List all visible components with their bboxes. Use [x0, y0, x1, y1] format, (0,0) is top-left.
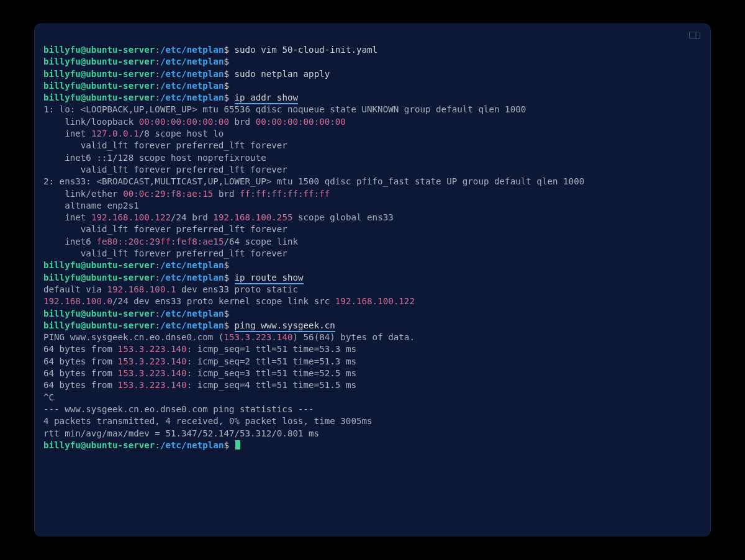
output-text: 4 packets transmitted, 4 received, 0% pa… [43, 416, 372, 426]
prompt-path: /etc/netplan [160, 56, 224, 66]
prompt-path: /etc/netplan [160, 93, 224, 102]
terminal-line: billyfu@ubuntu-server:/etc/netplan$ [43, 308, 702, 320]
output-text: 64 bytes from [43, 344, 118, 354]
terminal-line: billyfu@ubuntu-server:/etc/netplan$ [43, 80, 702, 92]
prompt-symbol: $ [224, 320, 234, 330]
output-text: inet6 ::1/128 scope host noprefixroute [43, 153, 266, 163]
output-text: valid_lft forever preferred_lft forever [43, 140, 287, 150]
output-text: altname enp2s1 [43, 201, 139, 210]
prompt-user: billyfu@ubuntu-server [43, 45, 155, 55]
prompt-user: billyfu@ubuntu-server [43, 440, 155, 450]
output-text: default via [43, 284, 107, 294]
output-text: valid_lft forever preferred_lft forever [43, 224, 287, 234]
terminal-line: --- www.sysgeek.cn.eo.dnse0.com ping sta… [43, 404, 702, 415]
terminal-line: inet 127.0.0.1/8 scope host lo [43, 128, 702, 140]
output-text: valid_lft forever preferred_lft forever [43, 248, 287, 258]
prompt-symbol: $ [224, 273, 234, 282]
prompt-user: billyfu@ubuntu-server [43, 69, 155, 79]
output-text: brd [213, 189, 240, 199]
output-text: 64 bytes from [43, 380, 118, 390]
terminal-line: default via 192.168.100.1 dev ens33 prot… [43, 284, 702, 296]
terminal-line: inet6 fe80::20c:29ff:fef8:ae15/64 scope … [43, 236, 702, 248]
terminal-line: ^C [43, 392, 702, 404]
ip-address: 153.3.223.140 [224, 332, 292, 342]
terminal-line: inet 192.168.100.122/24 brd 192.168.100.… [43, 212, 702, 224]
output-text: ) 56(84) bytes of data. [292, 332, 414, 342]
terminal-line: link/loopback 00:00:00:00:00:00 brd 00:0… [43, 116, 702, 128]
output-text: 2: ens33: <BROADCAST,MULTICAST,UP,LOWER_… [43, 176, 584, 186]
prompt-path: /etc/netplan [160, 320, 224, 330]
terminal-line: valid_lft forever preferred_lft forever [43, 164, 702, 176]
command-text: ping www.sysgeek.cn [235, 320, 335, 332]
prompt-path: /etc/netplan [160, 81, 224, 91]
ip-address: 192.168.100.255 [213, 212, 292, 222]
terminal-line: link/ether 00:0c:29:f8:ae:15 brd ff:ff:f… [43, 188, 702, 200]
command-text: ip addr show [235, 93, 299, 104]
prompt-user: billyfu@ubuntu-server [43, 320, 155, 330]
output-text: /8 scope host lo [139, 129, 224, 138]
terminal-line: inet6 ::1/128 scope host noprefixroute [43, 152, 702, 164]
output-text: PING www.sysgeek.cn.eo.dnse0.com ( [43, 332, 224, 342]
output-text: 1: lo: <LOOPBACK,UP,LOWER_UP> mtu 65536 … [43, 104, 526, 114]
output-text: --- www.sysgeek.cn.eo.dnse0.com ping sta… [43, 404, 314, 414]
output-text: /24 brd [171, 212, 213, 222]
split-pane-icon[interactable] [689, 32, 700, 39]
svg-rect-0 [690, 32, 700, 39]
terminal-line: altname enp2s1 [43, 200, 702, 212]
output-text: scope global ens33 [292, 212, 393, 222]
terminal-line: billyfu@ubuntu-server:/etc/netplan$ [43, 56, 702, 68]
prompt-user: billyfu@ubuntu-server [43, 260, 155, 270]
prompt-symbol: $ [224, 93, 234, 102]
mac-address: 00:00:00:00:00:00 [139, 117, 229, 127]
prompt-symbol: $ [224, 81, 234, 91]
ip-address: 192.168.100.122 [335, 296, 415, 306]
terminal-line: valid_lft forever preferred_lft forever [43, 248, 702, 260]
ip-address: 153.3.223.140 [118, 380, 187, 390]
terminal-window[interactable]: billyfu@ubuntu-server:/etc/netplan$ sudo… [34, 24, 711, 536]
prompt-user: billyfu@ubuntu-server [43, 93, 155, 102]
terminal-output[interactable]: billyfu@ubuntu-server:/etc/netplan$ sudo… [43, 44, 702, 451]
terminal-line: billyfu@ubuntu-server:/etc/netplan$ [43, 440, 702, 451]
terminal-line: billyfu@ubuntu-server:/etc/netplan$ ip r… [43, 272, 702, 284]
prompt-path: /etc/netplan [160, 69, 224, 79]
terminal-line: valid_lft forever preferred_lft forever [43, 224, 702, 235]
command-text: sudo netplan apply [235, 69, 330, 79]
output-text: brd [229, 117, 256, 127]
prompt-user: billyfu@ubuntu-server [43, 309, 155, 318]
ip-address: 192.168.100.1 [107, 284, 176, 294]
terminal-line: 4 packets transmitted, 4 received, 0% pa… [43, 415, 702, 427]
ip-address: 192.168.100.122 [91, 212, 171, 222]
output-text: : icmp_seq=3 ttl=51 time=52.5 ms [187, 368, 356, 378]
output-text: inet [43, 212, 91, 222]
command-text: ip route show [235, 273, 304, 284]
output-text: /24 dev ens33 proto kernel scope link sr… [112, 296, 335, 306]
terminal-line: 192.168.100.0/24 dev ens33 proto kernel … [43, 296, 702, 307]
terminal-line: 64 bytes from 153.3.223.140: icmp_seq=3 … [43, 368, 702, 379]
terminal-line: rtt min/avg/max/mdev = 51.347/52.147/53.… [43, 428, 702, 440]
output-text: 64 bytes from [43, 356, 118, 366]
terminal-line: billyfu@ubuntu-server:/etc/netplan$ sudo… [43, 44, 702, 56]
terminal-line: 64 bytes from 153.3.223.140: icmp_seq=2 … [43, 356, 702, 368]
output-text: : icmp_seq=4 ttl=51 time=51.5 ms [187, 380, 356, 390]
terminal-line: 64 bytes from 153.3.223.140: icmp_seq=1 … [43, 343, 702, 355]
prompt-path: /etc/netplan [160, 260, 224, 270]
output-text: : icmp_seq=1 ttl=51 time=53.3 ms [187, 344, 356, 354]
prompt-user: billyfu@ubuntu-server [43, 56, 155, 66]
prompt-path: /etc/netplan [160, 440, 224, 450]
terminal-line: 64 bytes from 153.3.223.140: icmp_seq=4 … [43, 379, 702, 391]
output-text: /64 scope link [224, 237, 298, 246]
prompt-user: billyfu@ubuntu-server [43, 273, 155, 282]
prompt-symbol: $ [224, 45, 234, 55]
output-text: link/ether [43, 189, 123, 199]
prompt-symbol: $ [224, 69, 234, 79]
output-text: dev ens33 proto static [176, 284, 298, 294]
prompt-user: billyfu@ubuntu-server [43, 81, 155, 91]
prompt-symbol: $ [224, 260, 234, 270]
output-text: inet [43, 129, 91, 138]
ip-address: 153.3.223.140 [118, 356, 187, 366]
terminal-line: valid_lft forever preferred_lft forever [43, 140, 702, 151]
terminal-line: billyfu@ubuntu-server:/etc/netplan$ ip a… [43, 92, 702, 104]
prompt-path: /etc/netplan [160, 273, 224, 282]
prompt-path: /etc/netplan [160, 45, 224, 55]
output-text: link/loopback [43, 117, 139, 127]
